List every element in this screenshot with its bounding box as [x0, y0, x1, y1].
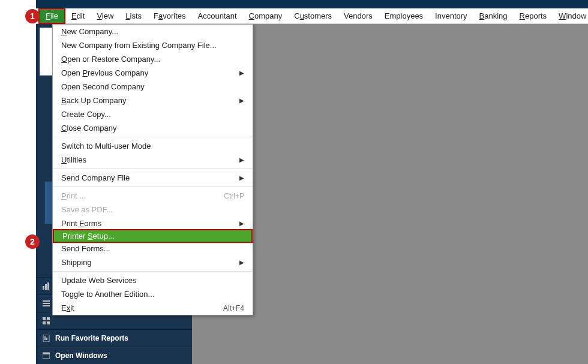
menu-accountant[interactable]: Accountant	[192, 9, 243, 23]
submenu-arrow-icon: ▶	[239, 97, 244, 104]
menu-item-label: Save as PDF...	[61, 205, 113, 214]
menu-item-label: Send Forms...	[61, 244, 110, 253]
menu-item-exit[interactable]: ExitAlt+F4	[53, 301, 253, 315]
submenu-arrow-icon: ▶	[239, 220, 244, 227]
menu-item-new-company-from-existing-company-file[interactable]: New Company from Existing Company File..…	[53, 38, 253, 52]
menu-separator	[53, 137, 253, 137]
menu-item-shipping[interactable]: Shipping▶	[53, 255, 253, 269]
menu-company[interactable]: Company	[243, 9, 289, 23]
menu-item-label: New Company from Existing Company File..…	[61, 41, 217, 50]
menu-item-toggle-to-another-edition[interactable]: Toggle to Another Edition...	[53, 287, 253, 301]
submenu-arrow-icon: ▶	[239, 175, 244, 181]
svg-rect-8	[43, 321, 46, 324]
svg-rect-2	[47, 282, 49, 290]
menu-item-print: Print ...Ctrl+P	[53, 189, 253, 203]
menu-item-open-previous-company[interactable]: Open Previous Company▶	[53, 66, 253, 80]
menu-item-label: Close Company	[61, 124, 117, 133]
menu-item-label: Open Second Company	[61, 82, 145, 91]
menu-bar: FileEditViewListsFavoritesAccountantComp…	[36, 8, 588, 24]
menu-file[interactable]: File	[38, 8, 65, 24]
file-menu-dropdown: New Company...New Company from Existing …	[52, 24, 253, 315]
menu-item-switch-to-multi-user-mode[interactable]: Switch to Multi-user Mode	[53, 139, 253, 153]
svg-rect-4	[43, 303, 50, 304]
svg-rect-0	[43, 286, 44, 290]
menu-item-utilities[interactable]: Utilities▶	[53, 153, 253, 167]
svg-rect-9	[47, 321, 50, 324]
menu-item-label: Printer Setup...	[62, 231, 115, 240]
svg-rect-14	[43, 353, 50, 354]
menu-item-label: Shipping	[61, 258, 92, 267]
window-icon	[42, 351, 50, 360]
menu-customers[interactable]: Customers	[288, 9, 338, 23]
menu-favorites[interactable]: Favorites	[148, 9, 191, 23]
sidebar-openwin[interactable]: Open Windows	[36, 347, 192, 364]
menu-item-label: Switch to Multi-user Mode	[61, 142, 151, 151]
list-icon	[42, 299, 50, 308]
menu-item-new-company[interactable]: New Company...	[53, 25, 253, 38]
sidebar-favorites[interactable]: Run Favorite Reports	[36, 329, 192, 347]
svg-rect-7	[47, 317, 50, 320]
svg-rect-12	[46, 338, 47, 340]
menu-window[interactable]: Window	[553, 9, 588, 23]
submenu-arrow-icon: ▶	[239, 157, 244, 163]
menu-separator	[53, 186, 253, 187]
menu-separator	[53, 271, 253, 272]
menu-item-printer-setup[interactable]: Printer Setup...	[53, 229, 253, 243]
menu-item-label: Exit	[61, 303, 74, 312]
menu-view[interactable]: View	[91, 9, 119, 23]
menu-item-back-up-company[interactable]: Back Up Company▶	[53, 94, 253, 107]
menu-item-label: Open Previous Company	[61, 68, 148, 77]
menu-item-label: Send Company File	[61, 173, 130, 182]
menu-employees[interactable]: Employees	[379, 9, 429, 23]
menu-inventory[interactable]: Inventory	[429, 9, 473, 23]
menu-item-label: Print Forms	[61, 219, 101, 228]
menu-item-open-or-restore-company[interactable]: Open or Restore Company...	[53, 52, 253, 66]
menu-item-create-copy[interactable]: Create Copy...	[53, 107, 253, 121]
callout-1: 1	[25, 9, 40, 23]
svg-rect-1	[45, 284, 47, 290]
menu-item-label: Create Copy...	[61, 110, 111, 119]
menu-lists[interactable]: Lists	[119, 9, 148, 23]
callout-2: 2	[25, 234, 40, 249]
menu-item-print-forms[interactable]: Print Forms▶	[53, 216, 253, 230]
menu-banking[interactable]: Banking	[473, 9, 514, 23]
menu-item-shortcut: Ctrl+P	[224, 192, 244, 200]
bar-chart-icon	[42, 282, 50, 290]
menu-item-update-web-services[interactable]: Update Web Services	[53, 273, 253, 287]
menu-item-send-company-file[interactable]: Send Company File▶	[53, 171, 253, 185]
svg-rect-5	[43, 305, 50, 306]
submenu-arrow-icon: ▶	[239, 259, 244, 266]
menu-reports[interactable]: Reports	[514, 9, 553, 23]
menu-item-label: Open or Restore Company...	[61, 55, 160, 64]
menu-vendors[interactable]: Vendors	[338, 9, 379, 23]
menu-item-save-as-pdf: Save as PDF...	[53, 203, 253, 216]
menu-item-label: Update Web Services	[61, 276, 137, 285]
title-bar	[36, 0, 588, 8]
menu-separator	[53, 169, 253, 169]
report-icon	[42, 334, 50, 342]
sidebar-openwin-label: Open Windows	[55, 351, 107, 360]
sidebar-favorites-label: Run Favorite Reports	[55, 334, 128, 342]
menu-edit[interactable]: Edit	[65, 9, 91, 23]
svg-rect-3	[43, 300, 50, 302]
svg-rect-11	[44, 336, 46, 340]
menu-item-label: New Company...	[61, 27, 118, 36]
menu-item-label: Utilities	[61, 155, 86, 164]
svg-rect-6	[43, 317, 46, 320]
menu-item-label: Back Up Company	[61, 96, 126, 105]
grid-icon	[42, 317, 50, 325]
menu-item-send-forms[interactable]: Send Forms...	[53, 242, 253, 255]
menu-item-label: Print ...	[61, 191, 86, 200]
menu-item-close-company[interactable]: Close Company	[53, 121, 253, 135]
menu-item-shortcut: Alt+F4	[223, 304, 244, 312]
submenu-arrow-icon: ▶	[239, 70, 244, 76]
menu-item-label: Toggle to Another Edition...	[61, 290, 154, 299]
menu-item-open-second-company[interactable]: Open Second Company	[53, 80, 253, 94]
